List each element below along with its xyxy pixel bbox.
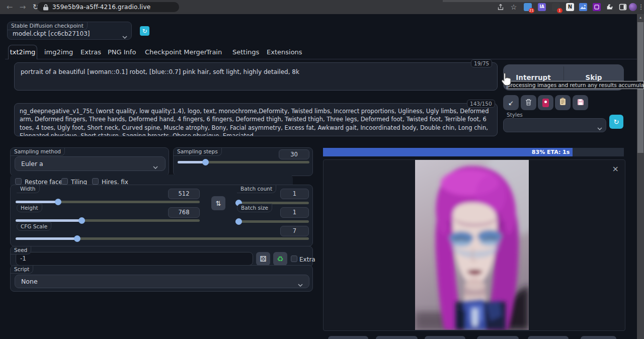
extension-icon-3[interactable] — [579, 3, 587, 11]
reuse-seed-button[interactable]: ♻ — [273, 252, 287, 266]
tab-png-info[interactable]: PNG Info — [108, 48, 136, 56]
cfg-scale-label: CFG Scale — [17, 222, 51, 231]
bookmark-star-icon[interactable]: ☆ — [508, 2, 519, 13]
extension-icon-ia[interactable]: IA — [538, 3, 546, 11]
save-style-button[interactable] — [573, 95, 588, 110]
output-gallery: × — [323, 159, 625, 331]
prompt-textarea[interactable]: portrait of a beautiful [woman::0.1] rob… — [14, 62, 498, 91]
send-to-inpaint-button[interactable] — [477, 336, 519, 339]
cfg-scale-slider[interactable] — [16, 237, 309, 240]
forward-icon[interactable]: → — [17, 2, 28, 13]
sampling-steps-slider[interactable] — [178, 161, 309, 163]
sampling-method-label: Sampling method — [11, 148, 65, 156]
address-bar[interactable]: 359e5b9a-a5ff-4216.gradio.live — [37, 2, 179, 12]
send-to-img2img-button[interactable] — [425, 336, 465, 339]
scrollbar-up-icon[interactable]: ▴ — [637, 14, 644, 21]
cfg-scale-input[interactable]: 7 — [280, 226, 309, 236]
page-scrollbar[interactable]: ▴ — [637, 14, 644, 339]
browser-toolbar: ← → ↻ 359e5b9a-a5ff-4216.gradio.live ☆ 2… — [0, 0, 644, 14]
floppy-disk-icon — [577, 98, 584, 108]
styles-label: Styles — [505, 111, 524, 118]
save-button[interactable] — [328, 336, 368, 339]
styles-dropdown[interactable] — [503, 118, 606, 132]
clipboard-icon — [559, 98, 566, 108]
extension-icon-1[interactable]: 21 — [524, 3, 532, 11]
chevron-down-icon — [153, 163, 158, 171]
sampling-method-dropdown[interactable]: Euler a — [15, 156, 166, 171]
open-folder-button[interactable] — [581, 336, 616, 339]
send-to-extras-button[interactable] — [528, 336, 569, 339]
share-icon[interactable] — [495, 2, 506, 13]
extra-seed-checkbox[interactable] — [291, 256, 297, 262]
card-icon — [542, 99, 549, 107]
extension-badge: 1 — [557, 8, 562, 13]
extensions-puzzle-icon[interactable] — [606, 3, 614, 11]
slider-thumb[interactable] — [78, 217, 85, 224]
batch-count-input[interactable]: 1 — [280, 189, 309, 199]
hires-fix-checkbox[interactable] — [92, 178, 99, 185]
restore-faces-checkbox[interactable] — [15, 178, 22, 185]
script-block: Script None — [10, 265, 313, 292]
lock-icon — [43, 4, 48, 11]
slider-thumb[interactable] — [202, 159, 209, 165]
side-panel-icon[interactable] — [619, 3, 627, 11]
progress-text: 83% ETA: 1s — [532, 149, 573, 155]
generated-image[interactable] — [415, 160, 529, 330]
prompt-token-counter: 19/75 — [471, 59, 492, 67]
checkpoint-label: Stable Diffusion checkpoint — [8, 22, 88, 30]
checkpoint-dropdown[interactable]: Stable Diffusion checkpoint model.ckpt [… — [7, 22, 132, 40]
tab-checkpoint-merger[interactable]: Checkpoint Merger — [145, 48, 207, 56]
script-label: Script — [11, 266, 33, 274]
batch-size-input[interactable]: 1 — [280, 207, 309, 218]
seed-block: Seed -1 ⚄ ♻ Extra — [10, 246, 313, 267]
interrupt-tooltip: processing images and return any results… — [507, 81, 644, 89]
tiling-checkbox[interactable] — [61, 178, 68, 185]
height-input[interactable]: 768 — [168, 207, 200, 218]
tab-txt2img[interactable]: txt2img — [8, 45, 37, 59]
batch-size-slider[interactable] — [235, 220, 309, 223]
checkpoint-refresh-button[interactable]: ↻ — [140, 26, 149, 36]
negative-prompt-textarea[interactable]: ng_deepnegative_v1_75t, (worst quality, … — [14, 103, 498, 136]
tab-settings[interactable]: Settings — [232, 48, 259, 56]
width-slider[interactable] — [16, 201, 200, 203]
chevron-down-icon — [298, 281, 303, 288]
apply-style-button[interactable] — [555, 95, 571, 110]
slider-thumb[interactable] — [235, 218, 242, 225]
width-input[interactable]: 512 — [168, 189, 200, 199]
back-icon[interactable]: ← — [4, 2, 15, 13]
slider-thumb[interactable] — [74, 235, 80, 242]
extension-badge: 21 — [529, 8, 534, 13]
extra-networks-button[interactable] — [538, 95, 553, 110]
clear-prompt-button[interactable] — [521, 95, 536, 110]
extension-icon-notion[interactable]: N — [566, 3, 574, 11]
browser-menu-icon[interactable]: ⋮ — [635, 2, 644, 13]
slider-thumb[interactable] — [55, 199, 61, 205]
sampling-steps-label: Sampling steps — [174, 148, 222, 156]
extension-icon-2[interactable]: 1 — [552, 3, 560, 11]
negative-prompt-token-counter: 143/150 — [467, 100, 495, 108]
tab-extensions[interactable]: Extensions — [267, 48, 302, 56]
paste-parameters-button[interactable]: ↙ — [503, 95, 519, 110]
tab-train[interactable]: Train — [206, 48, 222, 56]
sampling-method-value: Euler a — [21, 160, 43, 167]
mouse-cursor-icon — [500, 72, 513, 90]
checkpoint-value: model.ckpt [cc6cb27103] — [13, 30, 90, 37]
seed-label: Seed — [11, 246, 31, 255]
height-slider[interactable] — [16, 219, 200, 222]
seed-input[interactable]: -1 — [16, 252, 253, 266]
tab-img2img[interactable]: img2img — [44, 48, 73, 56]
batch-size-label: Batch size — [237, 204, 272, 212]
tabbar-divider — [5, 59, 639, 59]
browser-tab-edge — [443, 0, 570, 2]
styles-refresh-button[interactable]: ↻ — [609, 115, 623, 129]
close-icon[interactable]: × — [612, 164, 619, 174]
stable-diffusion-webui: ← → ↻ 359e5b9a-a5ff-4216.gradio.live ☆ 2… — [0, 0, 644, 339]
swap-width-height-button[interactable]: ⇅ — [211, 196, 225, 210]
script-dropdown[interactable]: None — [15, 275, 309, 288]
sampling-method-block: Sampling method Euler a — [10, 147, 169, 176]
random-seed-button[interactable]: ⚄ — [256, 252, 270, 266]
sampling-steps-input[interactable]: 30 — [279, 149, 309, 159]
tab-extras[interactable]: Extras — [80, 48, 101, 56]
zip-button[interactable] — [376, 336, 418, 339]
extension-icon-4[interactable] — [593, 3, 601, 11]
